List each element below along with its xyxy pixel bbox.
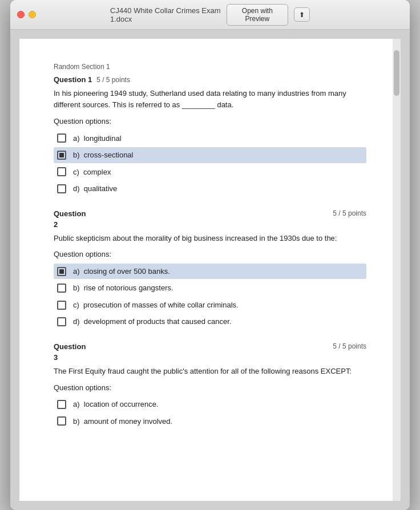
question-2-options-label: Question options: [54,249,366,260]
q1-option-a[interactable]: a) longitudinal [54,131,366,147]
q1-option-b-text: b) cross-sectional [73,149,133,161]
question-3-label: Question 3 [54,341,86,363]
question-1-options-label: Question options: [54,116,366,127]
q2-checkbox-b[interactable] [57,284,66,293]
q3-option-a-text: a) location of occurrence. [73,399,159,410]
question-2-block: Question 2 5 / 5 points Public skepticis… [54,208,366,330]
question-2-text: Public skepticism about the morality of … [54,233,366,245]
scrollbar[interactable] [393,39,401,501]
section-label: Random Section 1 [54,62,366,72]
q1-option-a-text: a) longitudinal [73,133,122,144]
document: Random Section 1 Question 1 5 / 5 points… [19,39,401,501]
q3-option-b[interactable]: b) amount of money involved. [54,414,366,430]
scrollbar-thumb[interactable] [394,50,399,96]
q1-option-d[interactable]: d) qualitative [54,181,366,197]
question-1-points: 5 / 5 points [96,75,130,85]
q3-checkbox-a[interactable] [57,400,66,409]
q2-option-c[interactable]: c) prosecution of masses of white collar… [54,297,366,313]
question-3-text: The First Equity fraud caught the public… [54,366,366,378]
q2-option-b-text: b) rise of notorious gangsters. [73,282,173,294]
q1-checkbox-b[interactable] [57,151,66,160]
minimize-button[interactable] [29,11,36,18]
share-icon: ⬆ [299,11,305,19]
question-1-text: In his pioneering 1949 study, Sutherland… [54,88,366,112]
close-button[interactable] [17,11,25,18]
open-with-preview-button[interactable]: Open with Preview [227,4,288,26]
q1-checkbox-d[interactable] [57,184,66,193]
question-3-block: Question 3 5 / 5 points The First Equity… [54,341,366,429]
q3-option-b-text: b) amount of money involved. [73,416,172,427]
question-1-header: Question 1 5 / 5 points [54,74,366,86]
question-1-label: Question 1 [54,74,92,86]
q2-option-d-text: d) development of products that caused c… [73,316,232,327]
app-window: CJ440 White Collar Crimes Exam 1.docx Op… [10,0,410,510]
q2-option-a-text: a) closing of over 500 banks. [73,266,170,277]
question-3-points: 5 / 5 points [333,341,366,351]
window-title: CJ440 White Collar Crimes Exam 1.docx [110,6,221,23]
q2-checkbox-c[interactable] [57,301,66,310]
q2-option-c-text: c) prosecution of masses of white collar… [73,299,239,311]
q2-option-d[interactable]: d) development of products that caused c… [54,314,366,330]
q3-checkbox-b[interactable] [57,416,66,426]
q2-checkbox-d[interactable] [57,317,66,326]
titlebar-center: CJ440 White Collar Crimes Exam 1.docx Op… [110,4,310,26]
q2-checkbox-a[interactable] [57,267,66,276]
content-area: Random Section 1 Question 1 5 / 5 points… [10,30,410,510]
q1-checkbox-c[interactable] [57,167,66,176]
q3-option-a[interactable]: a) location of occurrence. [54,396,366,412]
question-3-options-label: Question options: [54,382,366,394]
question-1-block: Question 1 5 / 5 points In his pioneerin… [54,74,366,197]
q1-option-c-text: c) complex [73,167,111,178]
q1-checkbox-a[interactable] [57,133,66,143]
q1-option-b[interactable]: b) cross-sectional [54,147,366,163]
question-2-points: 5 / 5 points [333,208,366,218]
q1-option-c[interactable]: c) complex [54,164,366,180]
q1-option-d-text: d) qualitative [73,183,117,195]
window-controls [17,11,36,18]
question-2-label: Question 2 [54,208,86,230]
share-button[interactable]: ⬆ [294,7,310,22]
q2-option-a[interactable]: a) closing of over 500 banks. [54,264,366,280]
q2-option-b[interactable]: b) rise of notorious gangsters. [54,280,366,296]
titlebar: CJ440 White Collar Crimes Exam 1.docx Op… [10,0,410,30]
